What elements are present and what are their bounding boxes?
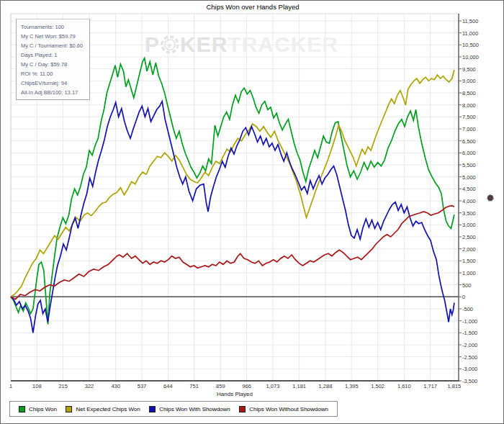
legend-label: Chips Won With Showdown [159, 406, 230, 412]
y-tick-label: 6,000 [462, 150, 476, 156]
chart-legend: Chips WonNet Expected Chips WonChips Won… [9, 401, 338, 417]
watermark-text-ker: KER [180, 32, 228, 56]
stat-roi: ROI %: 11.00 [21, 69, 86, 78]
x-tick-label: 966 [242, 383, 251, 389]
x-tick-label: 1,815 [447, 383, 461, 389]
x-tick-label: 322 [85, 383, 94, 389]
stat-net-won: My C Net Won: $59.79 [21, 32, 86, 41]
x-tick-label: 1 [9, 383, 12, 389]
legend-item-chips-won: Chips Won [19, 406, 57, 412]
y-tick-label: 7,000 [462, 126, 476, 132]
stat-per-tournament: My C / Tournament: $0.60 [21, 41, 86, 50]
chips-axis-icon [487, 191, 494, 204]
y-tick-label: 6,500 [462, 137, 476, 144]
y-tick-label: 2,500 [462, 234, 476, 240]
y-tick-label: 8,500 [462, 90, 476, 96]
y-tick-label: -1,000 [462, 317, 477, 324]
legend-swatch [239, 406, 246, 412]
x-tick-label: 430 [111, 383, 120, 389]
y-tick-label: 5,500 [462, 162, 476, 168]
y-tick-label: 1,500 [462, 258, 476, 264]
y-tick-label: 9,000 [462, 78, 476, 84]
stat-chipsev: ChipsEV/turniej: 94 [21, 78, 86, 88]
x-tick-label: 1,717 [423, 383, 437, 389]
y-tick-label: 9,500 [462, 66, 476, 72]
legend-item-chips-won-without-showdown: Chips Won Without Showdown [239, 406, 328, 412]
legend-item-chips-won-with-showdown: Chips Won With Showdown [149, 406, 230, 412]
x-tick-label: 859 [216, 383, 225, 389]
watermark-text-tracker: TRACKER [228, 32, 338, 56]
pokertracker-graph-window: Chips Won over Hands Played P♠KERTRACKER… [0, 0, 504, 424]
x-tick-label: 751 [189, 383, 199, 389]
x-tick-label: 1,610 [397, 383, 411, 389]
y-tick-label: 500 [462, 281, 472, 288]
x-tick-label: 1,502 [371, 383, 384, 389]
series-line-chips-won-with-showdown [11, 102, 454, 333]
x-tick-label: 1,181 [292, 383, 306, 389]
y-tick-label: -2,000 [462, 342, 477, 348]
x-tick-label: 1,288 [319, 383, 333, 389]
legend-label: Chips Won Without Showdown [249, 406, 328, 412]
y-tick-label: -500 [462, 306, 473, 312]
y-tick-label: 8,000 [462, 102, 476, 108]
svg-text:♠: ♠ [168, 41, 172, 49]
y-tick-label: 10,500 [462, 42, 479, 48]
x-tick-label: 108 [32, 383, 42, 389]
y-tick-label: 3,000 [462, 222, 476, 228]
stat-per-day: My C / Day: $59.78 [21, 60, 86, 69]
legend-swatch [19, 406, 25, 412]
y-tick-label: -2,500 [462, 353, 477, 360]
y-tick-label: 0 [462, 294, 465, 300]
y-tick-label: 7,500 [462, 114, 476, 120]
pokertracker-watermark: P♠KERTRACKER [145, 32, 338, 59]
legend-label: Chips Won [29, 406, 57, 412]
y-tick-label: 2,000 [462, 245, 476, 252]
legend-label: Net Expected Chips Won [76, 406, 140, 412]
y-tick-label: 3,500 [462, 209, 476, 216]
x-axis-title: Hands Played [1, 391, 469, 397]
y-tick-label: -1,500 [462, 330, 477, 336]
y-tick-label: 1,000 [462, 270, 476, 276]
y-tick-label: -3,000 [462, 366, 477, 372]
y-tick-label: 4,000 [462, 198, 476, 204]
stat-days-played: Days Played: 1 [21, 50, 86, 60]
y-tick-label: 4,500 [462, 186, 476, 192]
summary-stats-box: Tournaments: 100 My C Net Won: $59.79 My… [16, 19, 90, 100]
y-tick-label: 11,000 [462, 30, 478, 36]
legend-swatch [66, 406, 72, 412]
stat-allin-adj: All-In Adj BB/100: 13.17 [21, 88, 86, 97]
y-tick-label: 11,500 [462, 18, 478, 24]
stat-tournaments: Tournaments: 100 [21, 22, 86, 32]
x-tick-label: 1,073 [266, 383, 280, 389]
watermark-text-p: P [145, 32, 160, 56]
x-tick-label: 644 [163, 383, 173, 389]
legend-item-net-expected-chips-won: Net Expected Chips Won [66, 406, 140, 412]
x-tick-label: 537 [138, 383, 147, 389]
x-tick-label: 1,395 [345, 383, 359, 389]
legend-swatch [149, 406, 156, 412]
y-tick-label: 5,000 [462, 173, 476, 180]
poker-chip-icon: ♠ [161, 35, 179, 59]
y-tick-label: 10,000 [462, 54, 479, 60]
y-tick-label: -3,500 [462, 378, 477, 384]
x-tick-label: 215 [58, 383, 68, 389]
series-line-chips-won-without-showdown [11, 206, 454, 299]
